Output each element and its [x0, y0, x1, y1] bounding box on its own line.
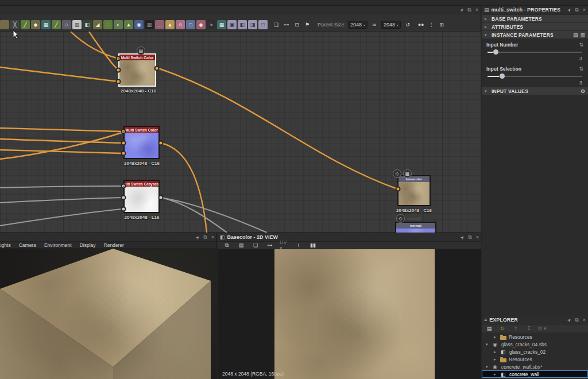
graph-view-icon[interactable]: ●● — [416, 20, 425, 29]
gear-icon[interactable]: ⚙ — [581, 88, 585, 94]
input-port[interactable] — [121, 207, 126, 212]
graph-tool-icon[interactable]: ❏ — [272, 20, 281, 29]
toolbar-node-icon[interactable]: ╳ — [10, 20, 20, 29]
output-size-dropdown[interactable]: 2048 ▾ — [381, 21, 401, 29]
input-port[interactable] — [121, 151, 126, 156]
view-3d-badge-icon[interactable]: ◇ — [396, 214, 405, 223]
input-number-slider[interactable] — [486, 49, 583, 56]
graph-view-icon[interactable]: ⋮ — [427, 20, 436, 29]
tree-item[interactable]: ▸ concrete_wall — [482, 370, 588, 378]
param-value[interactable]: 3 — [486, 80, 583, 86]
preset-icon[interactable]: ▤ — [573, 32, 578, 38]
view-2d-tool-icon[interactable]: i — [294, 241, 303, 250]
view-2d-tool-icon[interactable]: UV ▾ — [280, 241, 289, 250]
node-multi-switch-color-2[interactable]: Multi Switch Color — [123, 126, 160, 159]
toolbar-node-icon[interactable]: A — [176, 20, 185, 29]
close-icon[interactable]: × — [211, 234, 214, 240]
preset-add-icon[interactable]: ▥ — [580, 32, 585, 38]
float-window-icon[interactable]: ⧉ — [467, 7, 471, 13]
expose-function-icon[interactable]: ⇅ — [579, 42, 583, 48]
menu-item[interactable]: Lights — [0, 242, 11, 248]
input-port[interactable] — [121, 129, 126, 134]
menu-item[interactable]: Display — [80, 242, 96, 248]
tree-item[interactable]: ▾ glass_cracks_04.sbs — [482, 341, 588, 348]
toolbar-node-icon[interactable]: ○ — [62, 20, 71, 29]
float-window-icon[interactable]: ⧉ — [575, 7, 578, 13]
close-icon[interactable]: × — [475, 7, 478, 13]
section-attributes[interactable]: ▸ ATTRIBUTES — [482, 23, 588, 30]
pin-icon[interactable]: ➤ — [458, 6, 465, 13]
toolbar-node-icon[interactable]: ╱ — [21, 20, 30, 29]
toolbar-node-icon[interactable]: ╱ — [52, 20, 61, 29]
expander-icon[interactable]: ▸ — [494, 350, 498, 354]
slider-handle[interactable] — [500, 74, 505, 79]
viewport-2d[interactable]: 2048 x 2048 (RGBA, 16bpc) — [218, 249, 481, 379]
section-instance-parameters[interactable]: ▾ INSTANCE PARAMETERS ▤ ▥ — [482, 31, 588, 38]
output-port[interactable] — [154, 66, 160, 71]
menu-item[interactable]: Camera — [19, 242, 36, 248]
toolbar-node-icon[interactable]: ▣ — [227, 20, 237, 29]
explorer-tool-icon[interactable]: ▤ — [485, 324, 494, 333]
tree-item[interactable]: ▾ concrete_wall.sbs* — [482, 363, 588, 370]
pin-icon[interactable]: ➤ — [459, 234, 465, 240]
output-port[interactable] — [158, 195, 164, 200]
toolbar-node-icon[interactable]: □ — [258, 20, 268, 29]
explorer-tool-icon[interactable]: ↧ — [524, 324, 533, 333]
expander-icon[interactable]: ▾ — [486, 365, 490, 369]
node-normal-output[interactable]: normal — [395, 222, 436, 233]
graph-tool-icon[interactable]: ⚑ — [303, 20, 312, 29]
input-port[interactable] — [116, 79, 121, 84]
close-icon[interactable]: × — [476, 234, 479, 240]
toolbar-node-icon[interactable]: ◧ — [83, 20, 92, 29]
reset-size-icon[interactable]: ↺ — [403, 20, 412, 29]
float-window-icon[interactable]: ⧉ — [575, 317, 578, 323]
tree-item[interactable]: ▸ Resources — [482, 355, 588, 363]
input-selection-slider[interactable] — [486, 73, 583, 80]
expose-function-icon[interactable]: ⇅ — [579, 66, 583, 72]
toolbar-node-icon[interactable]: ▦ — [41, 20, 51, 29]
tree-item[interactable]: ▸ Resources — [482, 333, 588, 341]
output-port[interactable] — [158, 141, 164, 146]
toolbar-node-icon[interactable]: ∴ — [103, 20, 113, 29]
view-2d-tool-icon[interactable]: ▤ — [237, 241, 246, 250]
view-2d-tool-icon[interactable]: ▮▮ — [308, 241, 318, 250]
toolbar-node-icon[interactable]: ◆ — [31, 20, 40, 29]
view-2d-tool-icon[interactable]: ⧉ — [222, 241, 231, 250]
close-icon[interactable]: × — [583, 317, 586, 323]
input-port[interactable] — [121, 195, 126, 200]
view-2d-tool-icon[interactable]: ⊶ — [265, 241, 274, 250]
toolbar-node-icon[interactable]: ▨ — [145, 20, 154, 29]
float-window-icon[interactable]: ⧉ — [203, 234, 207, 241]
toolbar-node-icon[interactable]: ◢ — [93, 20, 102, 29]
toolbar-node-icon[interactable]: ◨ — [248, 20, 257, 29]
input-port[interactable] — [116, 68, 121, 73]
toolbar-node-icon[interactable]: ◧ — [238, 20, 247, 29]
viewport-3d[interactable] — [0, 249, 217, 379]
explorer-tool-icon[interactable]: ↻ — [498, 324, 507, 333]
graph-tool-icon[interactable]: ⊡ — [292, 20, 301, 29]
view-3d-badge-icon[interactable]: ◇ — [393, 169, 401, 178]
node-basecolor-output[interactable]: basecolor — [397, 175, 431, 206]
toolbar-node-icon[interactable]: ▲ — [124, 20, 133, 29]
float-window-icon[interactable]: ⧉ — [468, 234, 471, 241]
instance-badge-icon[interactable]: ▤ — [137, 47, 145, 55]
toolbar-node-icon[interactable]: ◆ — [196, 20, 206, 29]
toolbar-node-icon[interactable]: ▥ — [72, 20, 82, 29]
graph-tool-icon[interactable]: ⊶ — [282, 20, 291, 29]
pin-icon[interactable]: ➤ — [566, 316, 572, 323]
param-value[interactable]: 3 — [486, 56, 583, 61]
menu-item[interactable]: Environment — [44, 242, 72, 248]
pin-icon[interactable]: ➤ — [566, 6, 572, 13]
toolbar-node-icon[interactable]: ≈ — [207, 20, 216, 29]
section-base-parameters[interactable]: ▸ BASE PARAMETERS — [482, 15, 588, 22]
graph-view-icon[interactable]: ⊞ — [437, 20, 446, 29]
input-port[interactable] — [396, 187, 401, 192]
input-port[interactable] — [116, 56, 121, 61]
explorer-tool-icon[interactable]: ↥ — [511, 324, 520, 333]
tree-item[interactable]: ▸ glass_cracks_02 — [482, 348, 588, 355]
explorer-tool-icon[interactable]: ⚙ ▾ — [537, 324, 547, 333]
view-2d-tool-icon[interactable]: ❏ — [251, 241, 260, 250]
toolbar-node-icon[interactable]: ▲ — [165, 20, 175, 29]
toolbar-node-icon[interactable] — [0, 20, 9, 29]
toolbar-node-icon[interactable]: ▦ — [217, 20, 226, 29]
